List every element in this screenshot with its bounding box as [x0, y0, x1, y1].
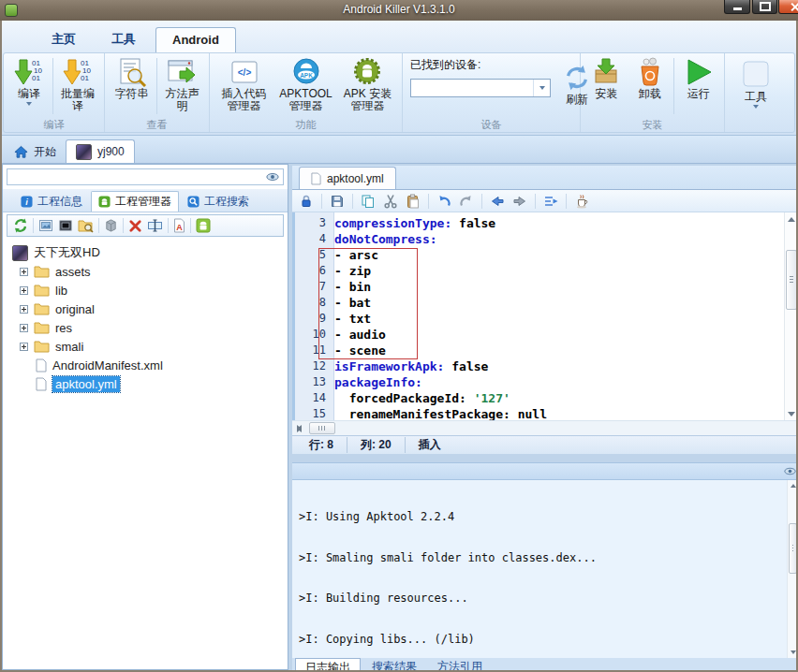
tree-item-lib[interactable]: lib: [7, 281, 284, 299]
tree-item-apktool-yml[interactable]: apktool.yml: [7, 374, 284, 393]
document-tab-bar: 开始 yj900: [0, 136, 798, 164]
install-label: 安装: [595, 87, 617, 100]
group-label-compile: 编译: [7, 118, 100, 132]
ribbon-group-function: </> 插入代码管理器 APK APKTOOL管理器: [210, 53, 403, 132]
tree-item-res[interactable]: res: [7, 318, 284, 337]
ribbon-group-device: 已找到的设备: 刷新: [403, 53, 581, 132]
editor-horizontal-scrollbar[interactable]: [292, 420, 798, 435]
package-icon[interactable]: [104, 218, 118, 233]
scroll-right-icon[interactable]: [292, 421, 306, 435]
navigate-forward-icon[interactable]: [510, 192, 529, 211]
redo-icon[interactable]: [457, 192, 476, 211]
menu-tab-tools[interactable]: 工具: [96, 27, 152, 52]
tree-item-assets[interactable]: assets: [7, 262, 284, 281]
insert-code-manager-button[interactable]: </> 插入代码管理器: [214, 54, 274, 114]
expand-plus-icon[interactable]: [20, 343, 28, 351]
run-button[interactable]: 运行: [676, 54, 720, 102]
tree-item-label-selected: apktool.yml: [52, 376, 120, 392]
paste-icon[interactable]: [404, 192, 422, 211]
project-panel: i 工程信息 工程管理器 工程搜索: [2, 164, 288, 670]
device-combobox[interactable]: [410, 79, 551, 97]
refresh-icon[interactable]: [13, 218, 28, 233]
code-text: forcedPackageId:: [334, 390, 474, 406]
uninstall-trash-icon: [634, 56, 666, 88]
tree-item-smali[interactable]: smali: [7, 337, 284, 356]
expand-plus-icon[interactable]: [20, 286, 28, 295]
image-viewer-icon[interactable]: [38, 218, 53, 233]
tab-project-info[interactable]: i 工程信息: [14, 192, 89, 212]
android-icon[interactable]: [196, 218, 211, 233]
strings-button[interactable]: 字符串: [109, 54, 155, 102]
code-text: false: [451, 215, 495, 231]
tab-project-manager[interactable]: 工程管理器: [91, 191, 179, 212]
tree-item-label: AndroidManifest.xml: [52, 358, 163, 373]
rename-icon[interactable]: [147, 218, 163, 233]
folder-icon: [34, 340, 50, 353]
doc-tab-yj900[interactable]: yj900: [66, 139, 135, 163]
apk-install-manager-button[interactable]: APK 安装管理器: [337, 54, 398, 114]
tools-label: 工具: [745, 90, 767, 103]
install-button[interactable]: 安装: [584, 54, 628, 102]
method-declaration-button[interactable]: 方法声明: [159, 54, 205, 114]
line-number: 15: [292, 406, 334, 420]
strings-label: 字符串: [115, 87, 149, 100]
editor-tab-apktool-yml[interactable]: apktool.yml: [299, 167, 396, 189]
maximize-button[interactable]: [752, 0, 777, 14]
doc-tab-start[interactable]: 开始: [5, 140, 66, 163]
filter-bar[interactable]: [7, 168, 284, 185]
screen-preview-icon[interactable]: [58, 218, 73, 233]
method-declaration-window-icon: [166, 56, 198, 88]
log-output[interactable]: >I: Using Apktool 2.2.4 >I: Smaling smal…: [292, 480, 787, 658]
navigate-back-icon[interactable]: [488, 192, 507, 211]
menu-tab-home[interactable]: 主页: [36, 27, 92, 52]
expand-plus-icon[interactable]: [20, 305, 28, 314]
group-label-function: 功能: [214, 118, 398, 132]
svg-text:APK: APK: [300, 72, 313, 79]
tree-root[interactable]: 天下无双HD: [7, 243, 284, 262]
file-icon: [311, 172, 321, 185]
scrollbar-thumb[interactable]: [309, 422, 335, 434]
java-icon[interactable]: [572, 192, 591, 211]
tree-item-androidmanifest[interactable]: AndroidManifest.xml: [7, 356, 284, 374]
tab-project-search[interactable]: 工程搜索: [181, 192, 256, 212]
tree-item-original[interactable]: original: [7, 299, 284, 318]
expand-plus-icon[interactable]: [20, 268, 28, 276]
run-label: 运行: [687, 87, 710, 100]
code-line: 3compressionType: false: [292, 215, 784, 231]
cut-icon[interactable]: [381, 192, 400, 211]
tree-root-label: 天下无双HD: [34, 244, 100, 261]
code-text: false: [444, 358, 488, 374]
eye-icon[interactable]: [784, 467, 796, 475]
folder-search-icon[interactable]: [78, 219, 94, 233]
minimize-button[interactable]: [724, 0, 750, 14]
code-editor[interactable]: 3compressionType: false 4doNotCompress: …: [292, 212, 784, 420]
document-a-icon[interactable]: A: [173, 218, 185, 233]
tools-button[interactable]: 工具: [729, 57, 783, 110]
insert-code-label: 插入代码管理器: [222, 87, 267, 112]
copy-icon[interactable]: [359, 192, 377, 211]
expand-plus-icon[interactable]: [20, 324, 28, 332]
device-combobox-dropdown[interactable]: [533, 80, 550, 96]
info-icon: i: [21, 196, 33, 208]
titlebar: Android Killer V1.3.1.0: [0, 0, 798, 21]
ribbon: 主页 工具 Android 01 10 01 编译: [0, 21, 798, 136]
format-lines-icon[interactable]: [541, 192, 560, 211]
save-icon[interactable]: [328, 192, 347, 211]
compile-button[interactable]: 01 10 01 编译: [7, 54, 51, 108]
code-line: 15 renameManifestPackage: null: [292, 406, 784, 420]
undo-icon[interactable]: [435, 192, 453, 211]
tab-project-manager-label: 工程管理器: [115, 194, 171, 210]
uninstall-button[interactable]: 卸载: [628, 54, 672, 102]
project-tree: 天下无双HD assets lib original res smali: [7, 241, 284, 665]
yaml-key: doNotCompress:: [334, 231, 437, 247]
eye-icon[interactable]: [266, 172, 279, 182]
android-icon: [98, 196, 111, 208]
tree-item-label: original: [55, 302, 95, 316]
close-button[interactable]: [778, 0, 798, 14]
svg-text:01: 01: [32, 74, 40, 82]
batch-compile-button[interactable]: 01 10 01 批量编译: [55, 54, 100, 114]
lock-icon[interactable]: [297, 192, 316, 211]
apktool-manager-button[interactable]: APK APKTOOL管理器: [274, 54, 337, 114]
menu-tab-android[interactable]: Android: [155, 27, 236, 52]
delete-icon[interactable]: [128, 219, 142, 233]
